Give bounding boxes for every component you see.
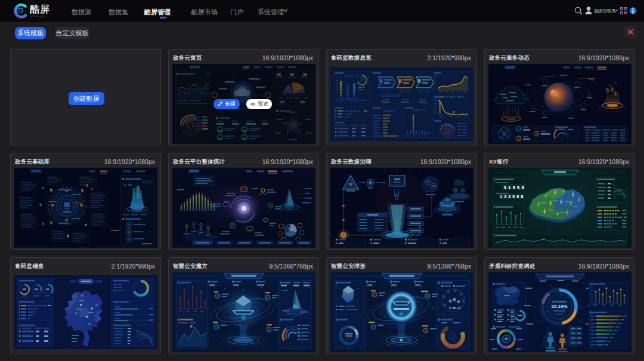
svg-text:2: 2 xyxy=(508,195,510,199)
svg-text:6: 6 xyxy=(516,195,519,199)
svg-text:5: 5 xyxy=(517,186,520,190)
svg-text:35.19%: 35.19% xyxy=(551,304,567,309)
svg-text:5: 5 xyxy=(512,195,515,199)
svg-text:9: 9 xyxy=(513,186,516,190)
svg-text:8: 8 xyxy=(521,195,523,199)
svg-text:3: 3 xyxy=(504,186,507,190)
svg-text:8: 8 xyxy=(522,186,525,190)
svg-text:3: 3 xyxy=(504,195,506,199)
svg-text:1: 1 xyxy=(500,195,502,199)
svg-text:1: 1 xyxy=(508,186,511,190)
